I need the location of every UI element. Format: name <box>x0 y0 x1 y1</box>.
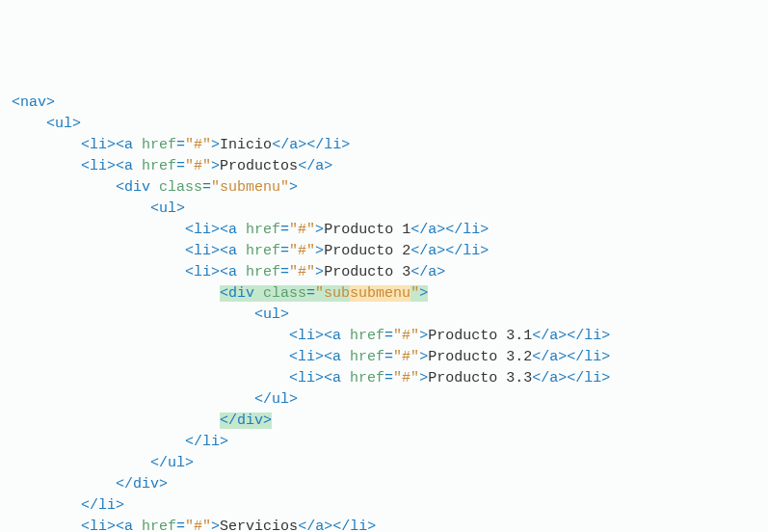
cursor-position: submenu <box>350 285 410 302</box>
code-line[interactable]: <li><a href="#">Inicio</a></li> <box>12 135 756 156</box>
code-line[interactable]: <div class="submenu"> <box>12 177 756 199</box>
code-line[interactable]: <li><a href="#">Servicios</a></li> <box>12 517 756 532</box>
code-line[interactable]: <li><a href="#">Producto 3</a> <box>12 262 756 283</box>
code-line[interactable]: <li><a href="#">Productos</a> <box>12 156 756 177</box>
code-line[interactable]: <li><a href="#">Producto 3.1</a></li> <box>12 326 756 347</box>
code-line-highlighted[interactable]: <div class="subsubmenu"> <box>12 283 756 305</box>
code-line[interactable]: </ul> <box>12 389 756 411</box>
code-line[interactable]: </li> <box>12 432 756 453</box>
code-line[interactable]: </li> <box>12 495 756 517</box>
code-line[interactable]: <li><a href="#">Producto 1</a></li> <box>12 220 756 241</box>
code-line[interactable]: </div> <box>12 474 756 495</box>
code-line[interactable]: <ul> <box>12 199 756 220</box>
code-line[interactable]: <li><a href="#">Producto 3.3</a></li> <box>12 368 756 389</box>
code-line[interactable]: <nav> <box>12 93 756 114</box>
code-line[interactable]: </ul> <box>12 453 756 474</box>
code-line[interactable]: <li><a href="#">Producto 2</a></li> <box>12 241 756 262</box>
code-line[interactable]: <ul> <box>12 114 756 135</box>
code-line[interactable]: <li><a href="#">Producto 3.2</a></li> <box>12 347 756 368</box>
code-editor-content[interactable]: <nav> <ul> <li><a href="#">Inicio</a></l… <box>12 93 756 532</box>
code-line-highlighted[interactable]: </div> <box>12 411 756 432</box>
code-line[interactable]: <ul> <box>12 305 756 326</box>
